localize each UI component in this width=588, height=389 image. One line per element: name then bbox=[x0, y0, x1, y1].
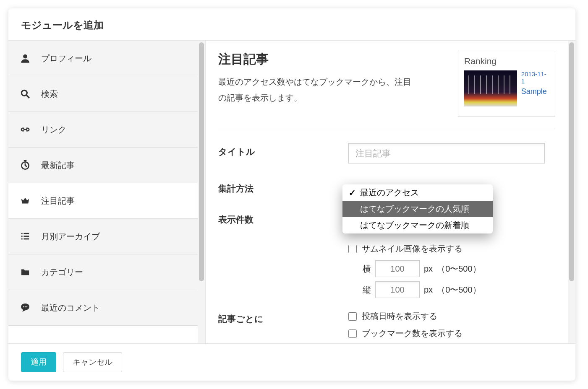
svg-line-2 bbox=[26, 95, 29, 98]
add-module-modal: モジュールを追加 プロフィール 検索 bbox=[8, 8, 575, 381]
svg-rect-11 bbox=[21, 236, 23, 237]
thumbnail-check-row[interactable]: サムネイル画像を表示する bbox=[348, 243, 555, 254]
svg-point-16 bbox=[23, 306, 24, 308]
modal-footer: 適用 キャンセル bbox=[8, 344, 575, 381]
opt-label: 投稿日時を表示する bbox=[362, 311, 437, 322]
thumb-height-unit: px bbox=[424, 285, 433, 295]
sidebar-item-latest[interactable]: 最新記事 bbox=[8, 148, 198, 183]
thumb-width-hint: （0〜500） bbox=[437, 263, 481, 275]
row-thumbnail: サムネイル画像を表示する 横 px （0〜500） 縦 px （0〜 bbox=[218, 243, 555, 302]
sidebar-item-link[interactable]: リンク bbox=[8, 112, 198, 148]
opt-show-bookmarks[interactable]: ブックマーク数を表示する bbox=[348, 328, 555, 339]
label-method: 集計方法 bbox=[218, 180, 348, 194]
check-icon: ✓ bbox=[348, 188, 356, 198]
svg-point-0 bbox=[23, 54, 27, 59]
person-icon bbox=[18, 52, 32, 65]
modal-title: モジュールを追加 bbox=[21, 18, 563, 32]
content-description: 最近のアクセス数やはてなブックマークから、注目の記事を表示します。 bbox=[218, 74, 411, 106]
sidebar-item-label: リンク bbox=[41, 124, 66, 135]
sidebar-item-label: 最新記事 bbox=[41, 160, 75, 171]
cancel-button[interactable]: キャンセル bbox=[63, 352, 122, 372]
thumb-height-hint: （0〜500） bbox=[437, 284, 481, 296]
sidebar-item-search[interactable]: 検索 bbox=[8, 76, 198, 112]
list-icon bbox=[18, 230, 32, 243]
svg-rect-13 bbox=[21, 239, 23, 240]
link-icon bbox=[18, 123, 32, 136]
opt-label: ブックマーク数を表示する bbox=[362, 328, 463, 339]
thumb-height-label: 縦 bbox=[361, 284, 371, 296]
sidebar-item-comments[interactable]: 最近のコメント bbox=[8, 290, 198, 326]
method-option-label: 最近のアクセス bbox=[360, 187, 419, 198]
sidebar-scrollbar-thumb[interactable] bbox=[199, 42, 204, 281]
svg-rect-10 bbox=[24, 233, 29, 234]
sidebar-item-category[interactable]: カテゴリー bbox=[8, 254, 198, 290]
sidebar-item-profile[interactable]: プロフィール bbox=[8, 41, 198, 76]
show-date-checkbox[interactable] bbox=[348, 312, 357, 321]
thumbnail-label: サムネイル画像を表示する bbox=[362, 243, 463, 254]
content-wrap: 注目記事 最近のアクセス数やはてなブックマークから、注目の記事を表示します。 R… bbox=[206, 41, 575, 343]
preview-card: Ranking 2013-11-1 Sample bbox=[458, 51, 555, 117]
sidebar: プロフィール 検索 リンク bbox=[8, 41, 198, 343]
crown-icon bbox=[18, 194, 32, 207]
sidebar-item-featured[interactable]: 注目記事 bbox=[8, 183, 198, 219]
preview-image bbox=[464, 70, 517, 106]
svg-rect-14 bbox=[24, 239, 29, 240]
method-dropdown: ✓ 最近のアクセス はてなブックマークの人気順 はてなブックマークの新着順 bbox=[342, 184, 493, 233]
content-header: 注目記事 最近のアクセス数やはてなブックマークから、注目の記事を表示します。 R… bbox=[218, 51, 555, 129]
sidebar-item-label: 最近のコメント bbox=[41, 302, 100, 314]
row-method: 集計方法 ✓ 最近のアクセス はてなブックマークの人気順 bbox=[218, 180, 555, 194]
thumb-height-input[interactable] bbox=[375, 281, 420, 298]
thumb-width-label: 横 bbox=[361, 263, 371, 275]
method-option-label: はてなブックマークの人気順 bbox=[360, 203, 469, 215]
svg-rect-9 bbox=[21, 233, 23, 234]
sidebar-scrollbar[interactable] bbox=[198, 41, 205, 343]
preview-meta: 2013-11-1 Sample bbox=[521, 70, 549, 96]
content: 注目記事 最近のアクセス数やはてなブックマークから、注目の記事を表示します。 R… bbox=[206, 41, 568, 343]
method-option-label: はてなブックマークの新着順 bbox=[360, 220, 469, 231]
content-scrollbar[interactable] bbox=[568, 41, 575, 343]
thumb-width-input[interactable] bbox=[375, 260, 420, 277]
thumb-width-unit: px bbox=[424, 264, 433, 274]
thumb-width-row: 横 px （0〜500） bbox=[361, 260, 555, 277]
modal-header: モジュールを追加 bbox=[8, 8, 575, 40]
svg-line-6 bbox=[25, 166, 27, 166]
preview-body: 2013-11-1 Sample bbox=[464, 70, 549, 106]
svg-point-18 bbox=[26, 306, 28, 308]
method-option-recent-access[interactable]: ✓ 最近のアクセス bbox=[342, 184, 493, 201]
svg-point-1 bbox=[21, 90, 27, 96]
show-bookmarks-checkbox[interactable] bbox=[348, 329, 357, 338]
label-empty bbox=[218, 243, 348, 246]
folder-icon bbox=[18, 265, 32, 279]
thumb-height-row: 縦 px （0〜500） bbox=[361, 281, 555, 298]
modal-body: プロフィール 検索 リンク bbox=[8, 40, 575, 344]
svg-rect-12 bbox=[24, 236, 29, 237]
search-icon bbox=[18, 87, 32, 101]
content-heading: 注目記事 bbox=[218, 51, 411, 68]
content-header-left: 注目記事 最近のアクセス数やはてなブックマークから、注目の記事を表示します。 bbox=[218, 51, 411, 106]
row-per-article: 記事ごとに 投稿日時を表示する ブックマーク数を表示する bbox=[218, 311, 555, 343]
sidebar-wrap: プロフィール 検索 リンク bbox=[8, 41, 206, 343]
method-option-bookmark-popular[interactable]: はてなブックマークの人気順 bbox=[342, 201, 493, 217]
svg-point-17 bbox=[25, 306, 26, 308]
sidebar-item-label: 検索 bbox=[41, 88, 58, 100]
preview-sample: Sample bbox=[521, 87, 549, 96]
clock-icon bbox=[18, 158, 32, 172]
sidebar-item-label: カテゴリー bbox=[41, 267, 83, 278]
comment-icon bbox=[18, 301, 32, 314]
label-title: タイトル bbox=[218, 143, 348, 158]
apply-button[interactable]: 適用 bbox=[21, 352, 56, 372]
content-scrollbar-thumb[interactable] bbox=[569, 42, 574, 281]
sidebar-item-label: 月別アーカイブ bbox=[41, 231, 100, 242]
sidebar-item-label: プロフィール bbox=[41, 53, 91, 64]
opt-show-date[interactable]: 投稿日時を表示する bbox=[348, 311, 555, 322]
preview-title: Ranking bbox=[464, 56, 549, 66]
sidebar-item-label: 注目記事 bbox=[41, 195, 75, 207]
thumbnail-checkbox[interactable] bbox=[348, 245, 357, 253]
row-title: タイトル bbox=[218, 143, 555, 163]
sidebar-item-archive[interactable]: 月別アーカイブ bbox=[8, 219, 198, 254]
method-option-bookmark-new[interactable]: はてなブックマークの新着順 bbox=[342, 217, 493, 233]
preview-date: 2013-11-1 bbox=[521, 70, 549, 85]
title-input[interactable] bbox=[348, 143, 545, 163]
label-count: 表示件数 bbox=[218, 211, 348, 226]
label-per-article: 記事ごとに bbox=[218, 311, 348, 325]
